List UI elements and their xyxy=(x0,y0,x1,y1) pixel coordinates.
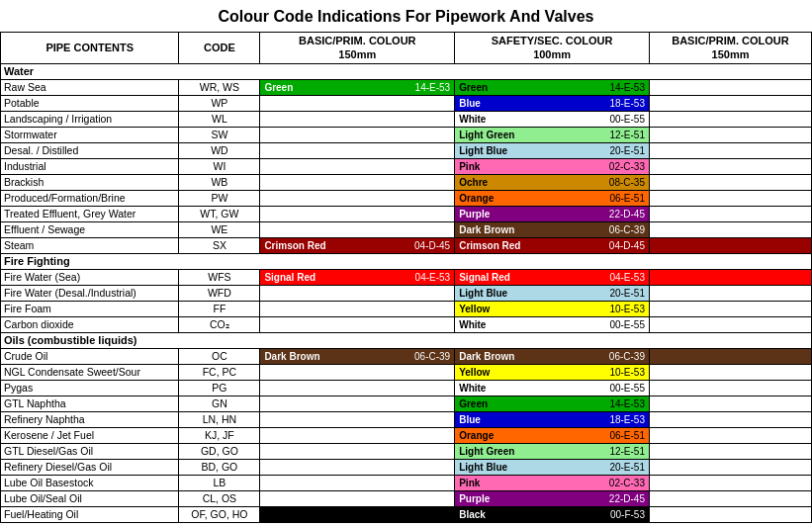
code-cell: WD xyxy=(179,142,260,158)
pipe-contents-cell: GTL Diesel/Gas Oil xyxy=(1,443,179,459)
code-cell: WT, GW xyxy=(179,206,260,221)
pipe-contents-cell: Steam xyxy=(1,237,179,253)
basic1-color-cell xyxy=(260,127,455,142)
pipe-contents-cell: Carbon dioxide xyxy=(1,316,179,332)
basic1-color-cell xyxy=(260,111,455,127)
basic2-color-cell xyxy=(649,475,811,490)
basic2-color-cell xyxy=(649,506,811,522)
pipe-contents-cell: Effluent / Sewage xyxy=(1,221,179,237)
basic1-color-cell xyxy=(260,158,455,174)
safety-color-cell: White00-E-55 xyxy=(455,316,650,332)
code-cell: WL xyxy=(179,111,260,127)
basic1-color-cell xyxy=(260,142,455,158)
safety-color-cell: Pink02-C-33 xyxy=(455,158,650,174)
table-row: Lube Oil BasestockLBPink02-C-33 xyxy=(1,475,812,490)
pipe-contents-cell: Fire Foam xyxy=(1,301,179,316)
pipe-contents-cell: Refinery Diesel/Gas Oil xyxy=(1,459,179,475)
table-row: Desal. / DistilledWDLight Blue20-E-51 xyxy=(1,142,812,158)
safety-color-cell: Blue18-E-53 xyxy=(455,411,650,427)
code-cell: CO₂ xyxy=(179,316,260,332)
code-cell: WI xyxy=(179,158,260,174)
code-cell: PG xyxy=(179,380,260,395)
safety-color-cell: Yellow10-E-53 xyxy=(455,301,650,316)
safety-color-cell: Green14-E-53 xyxy=(455,79,650,95)
basic1-color-cell xyxy=(260,221,455,237)
table-row: Kerosene / Jet FuelKJ, JFOrange06-E-51 xyxy=(1,427,812,443)
pipe-contents-cell: NGL Condensate Sweet/Sour xyxy=(1,364,179,380)
code-cell: GN xyxy=(179,395,260,411)
safety-color-cell: White00-E-55 xyxy=(455,111,650,127)
section-header: Fire Fighting xyxy=(1,253,812,269)
basic2-color-cell xyxy=(649,490,811,506)
basic2-color-cell xyxy=(649,411,811,427)
basic2-color-cell xyxy=(649,127,811,142)
safety-color-cell: Orange06-E-51 xyxy=(455,427,650,443)
basic1-color-cell xyxy=(260,316,455,332)
table-row: Fuel/Heating OilOF, GO, HOBlack00-F-53 xyxy=(1,506,812,522)
table-row: Water xyxy=(1,63,812,79)
pipe-contents-cell: Crude Oil xyxy=(1,348,179,364)
code-cell: OF, GO, HO xyxy=(179,506,260,522)
safety-color-cell: Black00-F-53 xyxy=(455,506,650,522)
code-cell: SW xyxy=(179,127,260,142)
table-row: Lube Oil/Seal OilCL, OSPurple22-D-45 xyxy=(1,490,812,506)
pipe-contents-cell: Fire Water (Desal./Industrial) xyxy=(1,285,179,301)
colour-code-table: PIPE CONTENTS CODE BASIC/PRIM. COLOUR 15… xyxy=(0,32,812,523)
table-row: Carbon dioxideCO₂White00-E-55 xyxy=(1,316,812,332)
table-row: Crude OilOCDark Brown06-C-39Dark Brown06… xyxy=(1,348,812,364)
basic1-color-cell xyxy=(260,364,455,380)
table-row: GTL Diesel/Gas OilGD, GOLight Green12-E-… xyxy=(1,443,812,459)
basic2-color-cell xyxy=(649,301,811,316)
basic2-color-cell xyxy=(649,427,811,443)
header-code: CODE xyxy=(179,33,260,64)
basic1-color-cell xyxy=(260,190,455,206)
basic1-color-cell xyxy=(260,301,455,316)
basic2-color-cell xyxy=(649,190,811,206)
pipe-contents-cell: Raw Sea xyxy=(1,79,179,95)
pipe-contents-cell: Desal. / Distilled xyxy=(1,142,179,158)
code-cell: WP xyxy=(179,95,260,111)
pipe-contents-cell: Produced/Formation/Brine xyxy=(1,190,179,206)
safety-color-cell: Green14-E-53 xyxy=(455,395,650,411)
header-pipe-contents: PIPE CONTENTS xyxy=(1,33,179,64)
table-row: Fire Fighting xyxy=(1,253,812,269)
safety-color-cell: Light Blue20-E-51 xyxy=(455,459,650,475)
pipe-contents-cell: Pygas xyxy=(1,380,179,395)
safety-color-cell: Blue18-E-53 xyxy=(455,95,650,111)
section-header: Water xyxy=(1,63,812,79)
table-row: Refinery Diesel/Gas OilBD, GOLight Blue2… xyxy=(1,459,812,475)
safety-color-cell: Purple22-D-45 xyxy=(455,206,650,221)
table-row: SteamSXCrimson Red04-D-45Crimson Red04-D… xyxy=(1,237,812,253)
table-row: Fire Water (Sea)WFSSignal Red04-E-53Sign… xyxy=(1,269,812,285)
table-row: PotableWPBlue18-E-53 xyxy=(1,95,812,111)
basic1-color-cell xyxy=(260,206,455,221)
safety-color-cell: Pink02-C-33 xyxy=(455,475,650,490)
basic1-color-cell xyxy=(260,411,455,427)
table-row: StormwaterSWLight Green12-E-51 xyxy=(1,127,812,142)
table-row: BrackishWBOchre08-C-35 xyxy=(1,174,812,190)
safety-color-cell: White00-E-55 xyxy=(455,380,650,395)
basic1-color-cell: Dark Brown06-C-39 xyxy=(260,348,455,364)
basic1-color-cell xyxy=(260,174,455,190)
pipe-contents-cell: GTL Naphtha xyxy=(1,395,179,411)
code-cell: WE xyxy=(179,221,260,237)
basic2-color-cell xyxy=(649,221,811,237)
basic2-color-cell xyxy=(649,142,811,158)
pipe-contents-cell: Treated Effluent, Grey Water xyxy=(1,206,179,221)
basic2-color-cell xyxy=(649,111,811,127)
basic2-color-cell xyxy=(649,443,811,459)
safety-color-cell: Yellow10-E-53 xyxy=(455,364,650,380)
section-header: Oils (combustible liquids) xyxy=(1,332,812,348)
basic2-color-cell xyxy=(649,269,811,285)
table-row: PygasPGWhite00-E-55 xyxy=(1,380,812,395)
table-row: Raw SeaWR, WSGreen14-E-53Green14-E-53 xyxy=(1,79,812,95)
pipe-contents-cell: Fuel/Heating Oil xyxy=(1,506,179,522)
basic2-color-cell xyxy=(649,79,811,95)
table-row: Treated Effluent, Grey WaterWT, GWPurple… xyxy=(1,206,812,221)
pipe-contents-cell: Brackish xyxy=(1,174,179,190)
code-cell: WR, WS xyxy=(179,79,260,95)
safety-color-cell: Crimson Red04-D-45 xyxy=(455,237,650,253)
safety-color-cell: Purple22-D-45 xyxy=(455,490,650,506)
pipe-contents-cell: Landscaping / Irrigation xyxy=(1,111,179,127)
table-row: Produced/Formation/BrinePWOrange06-E-51 xyxy=(1,190,812,206)
